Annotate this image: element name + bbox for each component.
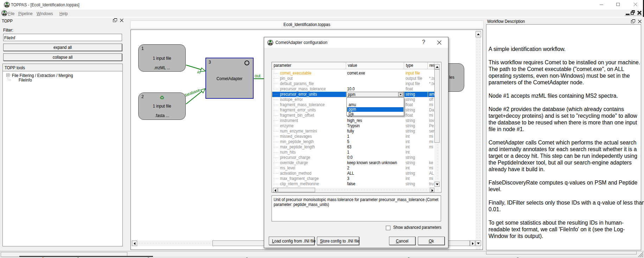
- svg-text:database: database: [183, 88, 200, 98]
- svg-text:in: in: [197, 69, 201, 75]
- svg-text:out: out: [255, 73, 261, 78]
